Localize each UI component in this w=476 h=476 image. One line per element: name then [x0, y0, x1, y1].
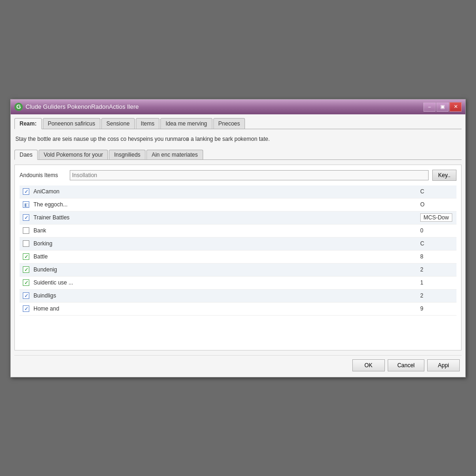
item-name: Borking	[32, 240, 418, 247]
title-controls: − ▣ ✕	[423, 102, 462, 112]
list-item: Bank0	[20, 225, 456, 238]
item-value: C	[418, 188, 456, 195]
tab-items[interactable]: Items	[136, 118, 159, 129]
item-name: AniCamon	[32, 188, 418, 195]
inner-tab-daes[interactable]: Daes	[14, 150, 38, 160]
tab-sensione[interactable]: Sensione	[101, 118, 135, 129]
tab-pnecoes[interactable]: Pnecoes	[213, 118, 245, 129]
list-item: ◧The eggoch...O	[20, 198, 456, 212]
checkbox[interactable]: ✓	[23, 305, 29, 312]
tab-ream[interactable]: Ream:	[14, 118, 42, 129]
apply-button[interactable]: Appi	[427, 359, 460, 371]
item-value: 2	[418, 292, 456, 299]
main-window: G Clude Guliders PokenonRadonActios Iler…	[10, 99, 466, 377]
checkbox[interactable]: ◧	[23, 201, 29, 208]
title-bar-left: G Clude Guliders PokenonRadonActios Iler…	[14, 103, 139, 111]
checkbox-cell	[20, 227, 32, 234]
item-name: Bundenig	[32, 266, 418, 273]
filter-input[interactable]	[70, 170, 429, 180]
checkbox-cell: ✓	[20, 253, 32, 260]
item-name: Home and	[32, 305, 418, 312]
list-item: BorkingC	[20, 238, 456, 251]
list-item: ✓Home and9	[20, 303, 456, 316]
list-item: ✓AniCamonC	[20, 185, 456, 198]
checkbox[interactable]: ✓	[23, 279, 29, 286]
app-icon: G	[14, 103, 23, 111]
checkbox[interactable]: ✓	[23, 292, 29, 299]
item-value: C	[418, 240, 456, 247]
item-name: Bank	[32, 227, 418, 234]
inner-tab-vold[interactable]: Vold Pokemons for your	[39, 150, 108, 159]
checkbox-cell: ✓	[20, 214, 32, 221]
maximize-button[interactable]: ▣	[436, 102, 449, 112]
item-value-box: MCS-Dow	[420, 213, 452, 222]
app-icon-text: G	[16, 103, 21, 110]
checkbox-cell: ✓	[20, 266, 32, 273]
checkbox[interactable]: ✓	[23, 266, 29, 273]
item-value: O	[418, 201, 456, 208]
filter-row: Andounis Items Key..	[20, 170, 456, 181]
cancel-button[interactable]: Cancel	[388, 359, 424, 371]
window-body: Ream: Poneenon safiricus Sensione Items …	[11, 114, 465, 377]
checkbox-cell: ◧	[20, 201, 32, 208]
ok-button[interactable]: OK	[352, 359, 385, 371]
checkbox[interactable]	[23, 227, 29, 234]
checkbox-cell	[20, 240, 32, 247]
inner-tab-ain[interactable]: Ain enc materiates	[146, 150, 203, 159]
items-list: ✓AniCamonC◧The eggoch...O✓Trainer Battle…	[20, 185, 456, 316]
item-name: Buindligs	[32, 292, 418, 299]
tab-poneenon[interactable]: Poneenon safiricus	[43, 118, 100, 129]
item-value: 2	[418, 266, 456, 273]
list-item: ✓Battle8	[20, 251, 456, 264]
item-value: 1	[418, 279, 456, 286]
outer-tab-bar: Ream: Poneenon safiricus Sensione Items …	[14, 118, 462, 129]
item-value: 9	[418, 305, 456, 312]
close-button[interactable]: ✕	[450, 102, 462, 112]
tab-idea[interactable]: Idea me merving	[160, 118, 212, 129]
key-button[interactable]: Key..	[432, 170, 456, 181]
list-item: ✓Trainer BattlesMCS-Dow	[20, 212, 456, 225]
window-title: Clude Guliders PokenonRadonActios Ilere	[26, 103, 139, 110]
minimize-button[interactable]: −	[423, 102, 436, 112]
filter-label: Andounis Items	[20, 172, 66, 178]
checkbox[interactable]: ✓	[23, 214, 29, 221]
list-item: ✓Buindligs2	[20, 290, 456, 303]
item-value: 8	[418, 253, 456, 260]
checkbox[interactable]: ✓	[23, 188, 29, 195]
list-item: ✓Suidentic use ...1	[20, 277, 456, 290]
inner-tab-insgnilieds[interactable]: Insgnilieds	[109, 150, 145, 159]
item-name: Trainer Battles	[32, 214, 418, 221]
content-area: Andounis Items Key.. ✓AniCamonC◧The eggo…	[14, 165, 462, 350]
checkbox[interactable]: ✓	[23, 253, 29, 260]
item-name: Battle	[32, 253, 418, 260]
item-name: Suidentic use ...	[32, 279, 418, 286]
checkbox-cell: ✓	[20, 292, 32, 299]
checkbox-cell: ✓	[20, 188, 32, 195]
description-text: Stay the bottle are seis nause up the co…	[14, 133, 462, 145]
title-bar: G Clude Guliders PokenonRadonActios Iler…	[11, 99, 465, 114]
checkbox-cell: ✓	[20, 279, 32, 286]
list-item: ✓Bundenig2	[20, 264, 456, 277]
item-name: The eggoch...	[32, 201, 418, 208]
inner-tab-bar: Daes Vold Pokemons for your Insgnilieds …	[14, 150, 462, 160]
checkbox-cell: ✓	[20, 305, 32, 312]
item-value: MCS-Dow	[418, 213, 456, 222]
item-value: 0	[418, 227, 456, 234]
bottom-area: OK Cancel Appi	[14, 355, 462, 373]
checkbox[interactable]	[23, 240, 29, 247]
